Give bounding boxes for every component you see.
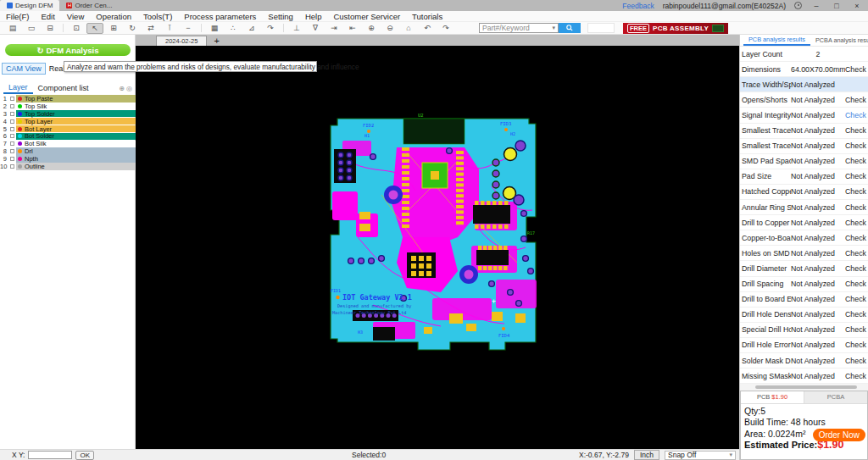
menu-item-help[interactable]: Help — [299, 12, 328, 21]
cam-view-tab[interactable]: CAM View — [2, 63, 46, 75]
add-document-tab-button[interactable]: + — [214, 36, 219, 46]
zoom-region-icon[interactable]: ⊞ — [105, 23, 122, 34]
analysis-row-annular-ring-size[interactable]: Annular Ring SizeNot AnalyzedCheck — [740, 200, 868, 215]
layer-checkbox[interactable] — [10, 112, 14, 116]
menu-item-view[interactable]: View — [61, 12, 90, 21]
analysis-row-smd-pad-spacing[interactable]: SMD Pad SpacingNot AnalyzedCheck — [740, 154, 868, 169]
menu-item-tools-t-[interactable]: Tools(T) — [137, 12, 178, 21]
analysis-row-missing-smask-o[interactable]: Missing SMask ONot AnalyzedCheck — [740, 369, 868, 384]
analysis-check-link[interactable]: Check — [845, 249, 867, 258]
pan-out-icon[interactable]: ⇤ — [344, 23, 361, 34]
layer-checkbox[interactable] — [10, 164, 14, 169]
layer-row-bot-solder[interactable]: 6Bot Solder — [0, 132, 136, 140]
layer-checkbox[interactable] — [10, 104, 14, 108]
layer-row-npth[interactable]: 9Npth — [0, 155, 136, 163]
ok-button[interactable]: OK — [75, 451, 94, 460]
layer-checkbox[interactable] — [10, 157, 14, 161]
menu-item-operation[interactable]: Operation — [90, 12, 137, 21]
analysis-row-trace-width-spaci[interactable]: Trace Width/SpaciNot Analyzed — [740, 77, 868, 92]
quote-tab-pcb[interactable]: PCB $1.90 — [741, 391, 804, 403]
layer-checkbox[interactable] — [10, 97, 14, 101]
menu-item-setting[interactable]: Setting — [262, 12, 299, 21]
analysis-check-link[interactable]: Check — [845, 234, 867, 242]
layer-row-bot-layer[interactable]: 5Bot Layer — [0, 125, 136, 133]
layer-row-top-solder[interactable]: 3Top Solder — [0, 110, 136, 118]
menu-item-tutorials[interactable]: Tutorials — [406, 12, 448, 21]
home-icon[interactable]: ⌂ — [400, 23, 417, 34]
analysis-check-link[interactable]: Check — [845, 126, 867, 135]
zoom-out-icon[interactable]: ⊖ — [381, 23, 398, 34]
menu-item-file-f-[interactable]: File(F) — [0, 12, 35, 21]
select-cursor-icon[interactable]: ↖ — [86, 23, 103, 34]
save-icon[interactable]: ▤ — [4, 23, 21, 34]
layer-checkbox[interactable] — [10, 134, 14, 138]
analysis-row-drill-diameter[interactable]: Drill DiameterNot AnalyzedCheck — [740, 261, 868, 276]
line-icon[interactable]: − — [180, 23, 197, 34]
measure-icon[interactable]: ⇄ — [142, 23, 159, 34]
analysis-row-smallest-trace-spa[interactable]: Smallest Trace SpaNot AnalyzedCheck — [740, 139, 868, 154]
pan-in-icon[interactable]: ⇥ — [326, 23, 342, 34]
document-tab[interactable]: 2024-02-25 — [156, 36, 207, 46]
analysis-check-link[interactable]: Check — [845, 325, 867, 334]
order-now-button[interactable]: Order Now — [813, 429, 865, 441]
upload-icon[interactable]: ⊥ — [288, 23, 305, 34]
analysis-row-drill-to-board-edg[interactable]: Drill to Board EdgNot AnalyzedCheck — [740, 292, 868, 308]
window-tab-order-center[interactable]: H Order Cen... — [59, 0, 119, 11]
pcba-analysis-tab[interactable]: PCBA analysis results — [810, 36, 868, 45]
analysis-check-link[interactable]: Check — [845, 65, 867, 74]
analysis-row-layer-count[interactable]: Layer Count2 — [740, 47, 868, 62]
grid-icon[interactable]: ▦ — [206, 23, 223, 34]
rotate-ccw-icon[interactable]: ↷ — [262, 23, 279, 34]
analysis-row-holes-on-smd-pa[interactable]: Holes on SMD PaNot AnalyzedCheck — [740, 246, 868, 261]
analysis-check-link[interactable]: Check — [845, 280, 867, 288]
layer-checkbox[interactable] — [10, 141, 14, 146]
menu-item-process-parameters[interactable]: Process parameters — [178, 12, 262, 21]
menu-item-customer-servicer[interactable]: Customer Servicer — [327, 12, 406, 21]
pcb-board[interactable]: FID1 IOT Gateway V2.1 Designed and manuf… — [322, 110, 561, 356]
analysis-check-link[interactable]: Check — [845, 111, 867, 119]
analysis-check-link[interactable]: Check — [845, 372, 867, 380]
filter-icon[interactable]: ∇ — [307, 23, 324, 34]
quote-tab-pcba[interactable]: PCBA — [804, 391, 867, 403]
pcb-assembly-banner[interactable]: FREE PCB ASSEMBLY — [623, 23, 728, 34]
analysis-check-link[interactable]: Check — [845, 219, 867, 227]
analysis-hscrollbar[interactable] — [740, 384, 868, 390]
search-button[interactable] — [559, 23, 581, 33]
add-layer-icon[interactable]: ⊕ — [119, 85, 125, 92]
layer-row-drl[interactable]: 8Drl — [0, 147, 136, 155]
pcb-canvas[interactable]: FID1 IOT Gateway V2.1 Designed and manuf… — [136, 46, 739, 449]
analysis-check-link[interactable]: Check — [845, 172, 867, 180]
analysis-row-hatched-copper-f[interactable]: Hatched Copper FNot AnalyzedCheck — [740, 185, 868, 200]
layer-checkbox[interactable] — [10, 149, 14, 153]
undo-icon[interactable]: ↶ — [419, 23, 436, 34]
fit-window-icon[interactable]: ⊡ — [68, 23, 85, 34]
analysis-check-link[interactable]: Check — [845, 264, 867, 273]
layer-row-top-paste[interactable]: 1Top Paste — [0, 95, 136, 103]
share-icon[interactable]: ∴ — [225, 23, 242, 34]
analysis-check-link[interactable]: Check — [845, 157, 867, 165]
layer-row-top-silk[interactable]: 2Top Silk — [0, 103, 136, 110]
analysis-check-link[interactable]: Check — [845, 295, 867, 303]
analysis-row-copper-to-board[interactable]: Copper-to-BoardNot AnalyzedCheck — [740, 230, 868, 246]
analysis-check-link[interactable]: Check — [845, 96, 867, 104]
probe-icon[interactable]: ⊺ — [161, 23, 178, 34]
analysis-row-pad-size[interactable]: Pad SizeNot AnalyzedCheck — [740, 169, 868, 185]
analysis-check-link[interactable]: Check — [845, 203, 867, 212]
search-dropdown-caret-icon[interactable]: ▾ — [552, 25, 555, 31]
rotate-icon[interactable]: ↻ — [124, 23, 141, 34]
analysis-row-opens-shorts[interactable]: Opens/ShortsNot AnalyzedCheck — [740, 92, 868, 108]
layer-checkbox[interactable] — [10, 119, 14, 124]
analysis-check-link[interactable]: Check — [845, 341, 867, 349]
toolbar-blank-field[interactable] — [587, 23, 615, 33]
window-tab-design-dfm[interactable]: Design DFM — [0, 0, 59, 11]
dfm-analysis-button[interactable]: ↻ DFM Analysis — [5, 44, 131, 56]
analysis-check-link[interactable]: Check — [845, 310, 867, 319]
analysis-check-link[interactable]: Check — [845, 141, 867, 150]
scroll-thumb[interactable] — [755, 385, 857, 389]
analysis-row-smallest-trace-wic[interactable]: Smallest Trace WicNot AnalyzedCheck — [740, 124, 868, 139]
flip-icon[interactable]: ⊿ — [243, 23, 260, 34]
zoom-in-icon[interactable]: ⊕ — [363, 23, 380, 34]
target-icon[interactable]: ◎ — [126, 85, 132, 92]
analysis-row-drill-hole-density[interactable]: Drill Hole DensityNot AnalyzedCheck — [740, 308, 868, 323]
layer-checkbox[interactable] — [10, 127, 14, 131]
